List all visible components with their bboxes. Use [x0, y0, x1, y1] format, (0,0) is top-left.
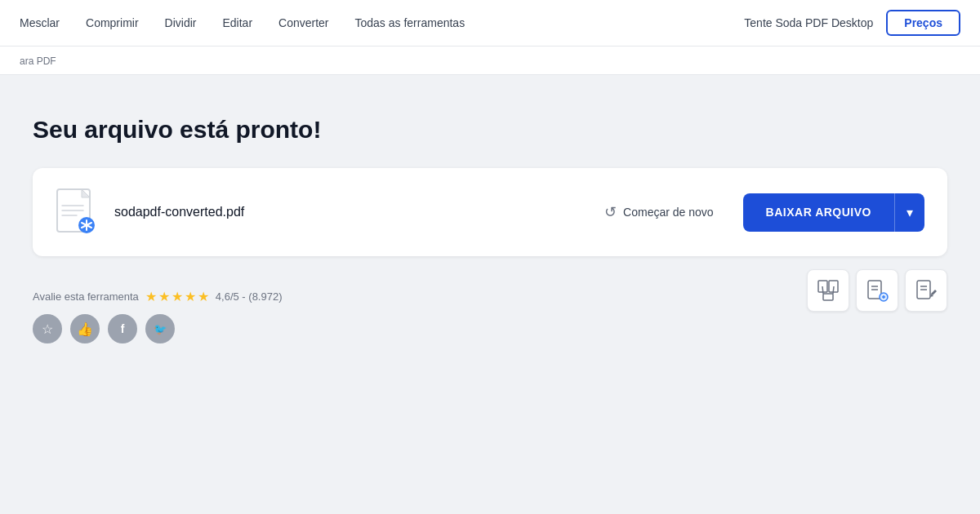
- twitter-button[interactable]: 🐦: [145, 314, 175, 343]
- star-1[interactable]: ★: [145, 289, 157, 304]
- svg-rect-10: [823, 294, 833, 300]
- file-icon: [56, 188, 98, 237]
- chevron-down-icon: ▾: [906, 206, 913, 219]
- rating-score: 4,6/5 - (8.972): [216, 290, 283, 303]
- bottom-section: Avalie esta ferramenta ★ ★ ★ ★ ★ 4,6/5 -…: [33, 269, 947, 343]
- desktop-cta-text: Tente Soda PDF Desktop: [744, 16, 873, 29]
- rating-row: Avalie esta ferramenta ★ ★ ★ ★ ★ 4,6/5 -…: [33, 289, 807, 304]
- nav-editar[interactable]: Editar: [222, 16, 252, 29]
- download-dropdown-button[interactable]: ▾: [894, 193, 924, 232]
- main-content: Seu arquivo está pronto! so: [0, 75, 980, 368]
- breadcrumb: ara PDF: [20, 55, 56, 67]
- nav-todas-ferramentas[interactable]: Todas as ferramentas: [355, 16, 466, 29]
- file-card: sodapdf-converted.pdf ↺ Começar de novo …: [33, 168, 947, 256]
- star-4[interactable]: ★: [185, 289, 196, 304]
- nav-comprimir[interactable]: Comprimir: [86, 16, 139, 29]
- facebook-button[interactable]: f: [108, 314, 137, 343]
- annotate-button[interactable]: [905, 269, 947, 312]
- rating-label: Avalie esta ferramenta: [33, 290, 139, 303]
- nav-left: Mesclar Comprimir Dividir Editar Convert…: [20, 16, 465, 29]
- restart-label: Começar de novo: [623, 206, 714, 219]
- social-row: ☆ 👍 f 🐦: [33, 314, 807, 343]
- navbar: Mesclar Comprimir Dividir Editar Convert…: [0, 0, 980, 47]
- bottom-left: Avalie esta ferramenta ★ ★ ★ ★ ★ 4,6/5 -…: [33, 269, 807, 343]
- edit-pdf-button[interactable]: [856, 269, 898, 312]
- merge-tool-button[interactable]: [807, 269, 849, 312]
- download-main-button[interactable]: BAIXAR ARQUIVO: [743, 193, 894, 232]
- restart-icon: ↺: [604, 203, 617, 221]
- nav-dividir[interactable]: Dividir: [165, 16, 197, 29]
- nav-mesclar[interactable]: Mesclar: [20, 16, 60, 29]
- like-button[interactable]: 👍: [70, 314, 100, 343]
- stars: ★ ★ ★ ★ ★: [145, 289, 209, 304]
- twitter-icon: 🐦: [154, 323, 167, 335]
- star-3[interactable]: ★: [172, 289, 183, 304]
- nav-right: Tente Soda PDF Desktop Preços: [744, 10, 960, 36]
- nav-converter[interactable]: Converter: [278, 16, 328, 29]
- preco-button[interactable]: Preços: [886, 10, 960, 36]
- tool-icons: [807, 269, 947, 312]
- star-5[interactable]: ★: [198, 289, 209, 304]
- bookmark-button[interactable]: ☆: [33, 314, 62, 343]
- svg-line-11: [822, 286, 823, 294]
- svg-line-12: [833, 286, 834, 294]
- file-name: sodapdf-converted.pdf: [114, 205, 575, 219]
- page-title: Seu arquivo está pronto!: [33, 116, 947, 144]
- download-button-group: BAIXAR ARQUIVO ▾: [743, 193, 924, 232]
- facebook-icon: f: [121, 322, 125, 335]
- breadcrumb-bar: ara PDF: [0, 47, 980, 75]
- bookmark-icon: ☆: [42, 321, 53, 337]
- restart-button[interactable]: ↺ Começar de novo: [591, 197, 727, 228]
- thumbsup-icon: 👍: [77, 321, 93, 337]
- star-2[interactable]: ★: [158, 289, 170, 304]
